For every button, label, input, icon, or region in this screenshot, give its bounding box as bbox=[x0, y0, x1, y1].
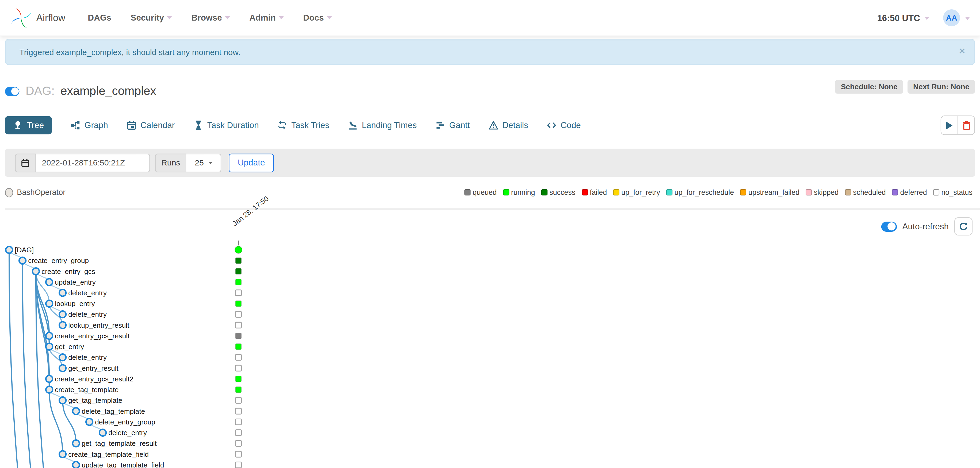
task-node-delete_entry[interactable] bbox=[100, 429, 106, 436]
status-square-no_status[interactable] bbox=[235, 441, 241, 446]
close-icon[interactable]: × bbox=[959, 46, 965, 57]
task-node-lookup_entry[interactable] bbox=[46, 300, 53, 307]
update-button[interactable]: Update bbox=[229, 154, 274, 172]
status-square-no_status[interactable] bbox=[235, 430, 241, 436]
status-square-no_status[interactable] bbox=[235, 451, 241, 457]
task-node-lookup_entry_result[interactable] bbox=[59, 322, 66, 328]
status-square-running[interactable] bbox=[235, 301, 241, 306]
legend-no_status: no_status bbox=[933, 189, 972, 196]
task-label[interactable]: delete_tag_template bbox=[81, 407, 145, 416]
task-node-get_tag_template_result[interactable] bbox=[73, 440, 80, 447]
task-node-update_tag_template_field[interactable] bbox=[73, 462, 80, 468]
status-square-no_status[interactable] bbox=[235, 290, 241, 296]
task-label[interactable]: delete_entry bbox=[68, 353, 107, 361]
dag-header: DAG: example_complex bbox=[5, 84, 156, 98]
tab-graph[interactable]: Graph bbox=[71, 121, 108, 130]
status-square-no_status[interactable] bbox=[235, 397, 241, 403]
avatar-caret-icon[interactable] bbox=[965, 17, 970, 20]
dag-name: example_complex bbox=[60, 84, 156, 97]
task-node-create_entry_group[interactable] bbox=[19, 257, 26, 264]
task-label[interactable]: delete_entry_group bbox=[95, 418, 155, 426]
status-square-running[interactable] bbox=[235, 387, 241, 393]
nav-item-admin[interactable]: Admin bbox=[250, 13, 284, 22]
operator-circle-icon bbox=[5, 188, 13, 197]
status-square-success[interactable] bbox=[235, 258, 241, 263]
task-node-create_entry_gcs_result[interactable] bbox=[46, 333, 53, 339]
auto-refresh-toggle[interactable] bbox=[881, 221, 897, 231]
task-label[interactable]: get_entry bbox=[55, 343, 84, 351]
task-node-delete_tag_template[interactable] bbox=[73, 408, 80, 414]
task-node-create_entry_gcs[interactable] bbox=[33, 268, 39, 275]
refresh-button[interactable] bbox=[955, 217, 972, 235]
tab-gantt[interactable]: Gantt bbox=[436, 121, 470, 130]
run-column-header[interactable]: Jan 28, 17:50 bbox=[231, 195, 270, 227]
status-square-queued[interactable] bbox=[235, 333, 241, 339]
base-date-input[interactable] bbox=[36, 154, 150, 172]
tab-landing-times[interactable]: Landing Times bbox=[348, 121, 417, 130]
chevron-down-icon bbox=[225, 16, 230, 19]
task-node-create_entry_gcs_result2[interactable] bbox=[46, 376, 53, 382]
status-square-running[interactable] bbox=[235, 376, 241, 382]
task-node-update_entry[interactable] bbox=[46, 279, 53, 286]
task-node-delete_entry[interactable] bbox=[59, 289, 66, 296]
dag-run-circle-running[interactable] bbox=[235, 246, 242, 253]
status-square-no_status[interactable] bbox=[235, 311, 241, 317]
task-label[interactable]: create_entry_group bbox=[28, 257, 89, 265]
task-label[interactable]: create_tag_template bbox=[55, 386, 118, 394]
tab-task-duration[interactable]: Task Duration bbox=[193, 121, 259, 130]
task-node-get_entry[interactable] bbox=[46, 343, 53, 350]
status-square-success[interactable] bbox=[235, 268, 241, 274]
task-label[interactable]: lookup_entry bbox=[55, 300, 95, 308]
tab-code[interactable]: Code bbox=[547, 121, 581, 130]
task-label[interactable]: get_tag_template_result bbox=[81, 439, 157, 447]
page-title: DAG: example_complex bbox=[25, 84, 156, 98]
dag-pause-toggle[interactable] bbox=[5, 87, 19, 96]
status-square-no_status[interactable] bbox=[235, 408, 241, 414]
status-square-running[interactable] bbox=[235, 344, 241, 350]
status-square-no_status[interactable] bbox=[235, 322, 241, 328]
tab-tree[interactable]: Tree bbox=[5, 116, 52, 135]
status-square-no_status[interactable] bbox=[235, 365, 241, 371]
delete-dag-button[interactable] bbox=[958, 116, 974, 135]
nav-right: 16:50 UTC AA bbox=[877, 10, 970, 26]
task-node-get_tag_template[interactable] bbox=[59, 397, 66, 404]
tab-task-tries[interactable]: Task Tries bbox=[278, 121, 329, 130]
status-square-running[interactable] bbox=[235, 279, 241, 285]
task-label[interactable]: lookup_entry_result bbox=[68, 321, 129, 329]
tab-details[interactable]: Details bbox=[488, 121, 528, 130]
nav-item-security[interactable]: Security bbox=[130, 13, 172, 22]
nav-item-dags[interactable]: DAGs bbox=[88, 13, 111, 22]
task-node-create_tag_template[interactable] bbox=[46, 386, 53, 393]
task-label[interactable]: [DAG] bbox=[15, 246, 34, 254]
task-label[interactable]: create_tag_template_field bbox=[68, 451, 149, 458]
trigger-dag-button[interactable] bbox=[941, 116, 958, 135]
runs-count-select[interactable]: 25 bbox=[186, 154, 221, 172]
tab-calendar[interactable]: Calendar bbox=[127, 121, 175, 130]
task-label[interactable]: create_entry_gcs_result2 bbox=[55, 375, 134, 383]
task-label[interactable]: delete_entry bbox=[108, 429, 147, 437]
status-square-no_status[interactable] bbox=[235, 462, 241, 468]
task-node-DAG[interactable] bbox=[6, 246, 12, 253]
status-square-no_status[interactable] bbox=[235, 419, 241, 425]
task-label[interactable]: create_entry_gcs bbox=[41, 268, 95, 276]
nav-item-browse[interactable]: Browse bbox=[191, 13, 230, 22]
task-label[interactable]: get_tag_template bbox=[68, 397, 122, 405]
avatar[interactable]: AA bbox=[943, 10, 960, 26]
brand-name[interactable]: Airflow bbox=[37, 12, 65, 24]
status-square-no_status[interactable] bbox=[235, 354, 241, 360]
task-node-create_tag_template_field[interactable] bbox=[59, 451, 66, 458]
nav-item-docs[interactable]: Docs bbox=[303, 13, 332, 22]
task-label[interactable]: update_entry bbox=[55, 278, 96, 286]
task-node-delete_entry[interactable] bbox=[59, 354, 66, 360]
airflow-brand[interactable]: Airflow bbox=[10, 7, 65, 29]
task-label[interactable]: delete_entry bbox=[68, 310, 107, 318]
task-label[interactable]: get_entry_result bbox=[68, 364, 118, 372]
utc-clock[interactable]: 16:50 UTC bbox=[877, 13, 920, 23]
clock-caret-icon[interactable] bbox=[924, 17, 929, 20]
task-label[interactable]: delete_entry bbox=[68, 289, 107, 297]
task-label[interactable]: create_entry_gcs_result bbox=[55, 332, 130, 340]
task-node-delete_entry_group[interactable] bbox=[86, 419, 93, 425]
task-node-get_entry_result[interactable] bbox=[59, 365, 66, 371]
task-label[interactable]: update_tag_template_field bbox=[81, 461, 164, 468]
task-node-delete_entry[interactable] bbox=[59, 311, 66, 318]
